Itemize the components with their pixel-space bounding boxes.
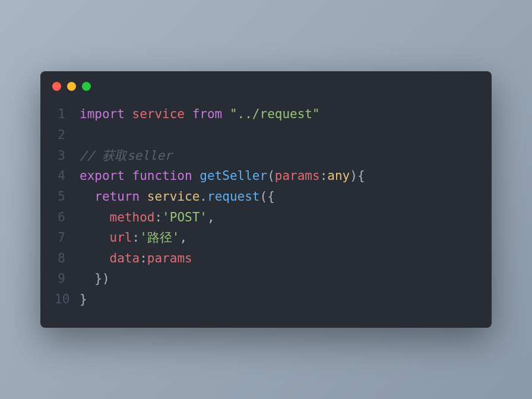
maximize-icon[interactable]: [82, 82, 91, 91]
line-number: 10: [55, 289, 80, 310]
code-line: 4 export function getSeller(params:any){: [55, 166, 477, 186]
code-content: import service from "../request": [80, 104, 320, 125]
code-line: 6 method:'POST',: [55, 207, 477, 228]
code-line: 2: [55, 125, 477, 145]
titlebar: [40, 71, 492, 93]
code-content: // 获取seller: [80, 145, 172, 166]
code-line: 3 // 获取seller: [55, 145, 477, 166]
code-content: }): [80, 268, 110, 289]
code-line: 8 data:params: [55, 248, 477, 269]
line-number: 5: [55, 186, 80, 207]
code-line: 5 return service.request({: [55, 186, 477, 207]
line-number: 4: [55, 166, 80, 186]
line-number: 7: [55, 227, 80, 248]
code-content: export function getSeller(params:any){: [80, 166, 365, 186]
code-line: 1 import service from "../request": [55, 104, 477, 125]
code-content: return service.request({: [80, 186, 275, 207]
minimize-icon[interactable]: [67, 82, 76, 91]
code-line: 10 }: [55, 289, 477, 310]
line-number: 6: [55, 207, 80, 228]
code-content: data:params: [80, 248, 192, 269]
code-content: }: [80, 289, 87, 310]
code-line: 9 }): [55, 268, 477, 289]
code-content: method:'POST',: [80, 207, 215, 228]
line-number: 8: [55, 248, 80, 269]
code-editor[interactable]: 1 import service from "../request" 2 3 /…: [40, 93, 492, 327]
code-line: 7 url:'路径',: [55, 227, 477, 248]
close-icon[interactable]: [52, 82, 61, 91]
line-number: 2: [55, 125, 80, 145]
line-number: 1: [55, 104, 80, 125]
line-number: 9: [55, 268, 80, 289]
code-content: url:'路径',: [80, 227, 187, 248]
line-number: 3: [55, 145, 80, 166]
code-window: 1 import service from "../request" 2 3 /…: [40, 71, 492, 327]
